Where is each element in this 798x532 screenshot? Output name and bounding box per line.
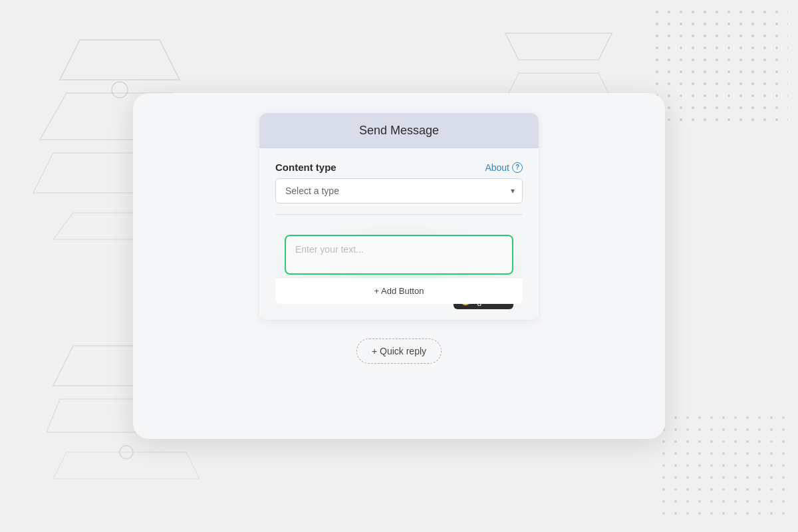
info-icon: ? — [512, 162, 523, 173]
add-button-row: + Add Button — [275, 277, 523, 304]
content-type-select[interactable]: Select a type Text Image Video — [275, 178, 523, 203]
svg-rect-12 — [655, 10, 788, 130]
svg-point-8 — [120, 446, 133, 459]
main-card: Send Message Content type About ? Select… — [133, 93, 665, 439]
svg-rect-14 — [662, 416, 788, 522]
dialog-title: Send Message — [359, 124, 439, 137]
content-type-select-wrapper: Select a type Text Image Video ▾ — [275, 178, 523, 203]
quick-reply-button[interactable]: + Quick reply — [356, 338, 442, 364]
svg-marker-7 — [53, 452, 200, 479]
svg-marker-0 — [60, 40, 180, 80]
dialog-header: Send Message — [259, 113, 539, 148]
about-link[interactable]: About ? — [485, 162, 523, 173]
dot-grid-top-right — [655, 10, 788, 130]
svg-marker-9 — [505, 33, 612, 60]
content-type-row: Content type About ? — [275, 162, 523, 173]
send-message-dialog: Send Message Content type About ? Select… — [259, 113, 539, 320]
message-text-input[interactable] — [285, 235, 513, 275]
dialog-body: Content type About ? Select a type Text … — [259, 148, 539, 320]
content-type-label: Content type — [275, 162, 336, 173]
dot-grid-bottom-right — [662, 416, 788, 522]
divider — [275, 214, 523, 215]
add-button[interactable]: + Add Button — [366, 283, 432, 299]
svg-point-3 — [112, 82, 128, 98]
about-link-text: About — [485, 162, 509, 173]
text-area-wrapper: 😊 {} 2000 + Add Button — [275, 225, 523, 304]
